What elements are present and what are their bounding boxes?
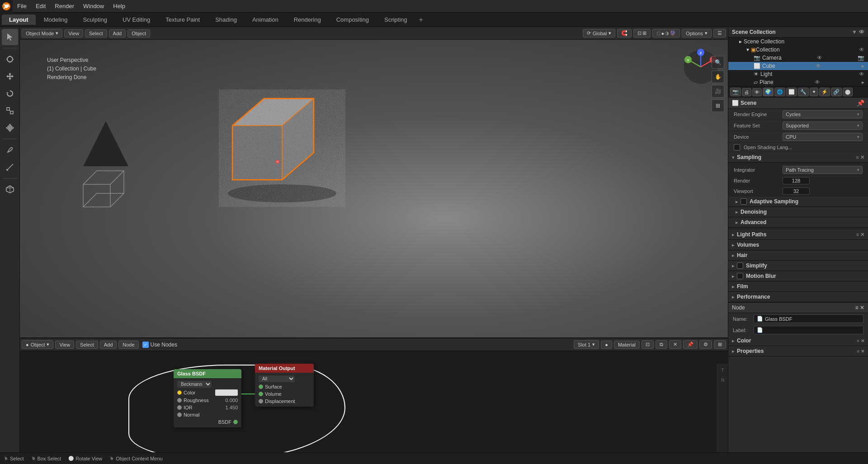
options-btn[interactable]: Options ▾ — [682, 29, 712, 37]
node-add-btn[interactable]: Add — [100, 341, 117, 349]
prop-constraints-icon[interactable]: 🔗 — [831, 88, 842, 96]
filter-dropdown[interactable]: All — [259, 375, 295, 382]
viewport-add-btn[interactable]: Add — [109, 29, 126, 37]
light-paths-menu-btn[interactable]: ≡ ✕ — [856, 232, 864, 238]
viewport-zoom-tool[interactable]: 🔍 — [712, 56, 724, 69]
rotate-tool-button[interactable] — [2, 85, 18, 102]
prop-material-icon[interactable]: ⬤ — [843, 88, 853, 96]
viewport-pan-tool[interactable]: ✋ — [712, 70, 724, 83]
outliner-scene-collection[interactable]: ▸ Scene Collection — [728, 37, 868, 46]
denoising-header[interactable]: ▸ Denoising — [728, 207, 868, 217]
tab-sculpting[interactable]: Sculpting — [75, 14, 114, 25]
adaptive-sampling-checkbox[interactable] — [741, 198, 747, 205]
outliner-collection[interactable]: ▾ ▣ Collection 👁 — [728, 46, 868, 54]
prop-physics-icon[interactable]: ⚡ — [819, 88, 830, 96]
camera-visibility[interactable]: 👁 — [817, 55, 822, 61]
ior-value[interactable]: 1.450 — [225, 405, 238, 410]
node-panel-menu[interactable]: ≡ ✕ — [855, 305, 864, 311]
advanced-header[interactable]: ▸ Advanced — [728, 217, 868, 228]
menu-edit[interactable]: Edit — [31, 0, 50, 12]
snap-btn[interactable]: 🧲 — [617, 29, 632, 37]
node-close-btn[interactable]: ✕ — [669, 340, 681, 349]
tab-compositing[interactable]: Compositing — [329, 14, 376, 25]
viewport-samples-value[interactable]: 32 — [783, 187, 810, 195]
collection-visibility[interactable]: 👁 — [859, 47, 864, 53]
viewport-canvas[interactable]: User Perspective (1) Collection | Cube R… — [20, 40, 728, 337]
outliner-visibility-all[interactable]: 👁 — [859, 29, 864, 35]
tab-layout[interactable]: Layout — [2, 14, 36, 25]
viewport-shading-btns[interactable]: ◻●◑🔮 — [652, 29, 680, 37]
node-canvas[interactable]: Glass BSDF Beckmann Color — [20, 351, 728, 464]
render-samples-value[interactable]: 128 — [783, 177, 810, 184]
volumes-section-header[interactable]: ▸ Volumes — [728, 240, 868, 250]
prop-particles-icon[interactable]: ✦ — [810, 88, 818, 96]
roughness-value[interactable]: 0.000 — [225, 398, 238, 403]
viewport-object-btn[interactable]: Object — [127, 29, 150, 37]
outliner-light[interactable]: ☀ Light 👁 — [728, 70, 868, 78]
device-dropdown[interactable]: CPU ▾ — [783, 133, 863, 141]
blender-logo[interactable] — [0, 0, 13, 13]
viewport-view-btn[interactable]: View — [64, 29, 83, 37]
add-cube-tool-button[interactable] — [2, 181, 18, 197]
glass-bsdf-node[interactable]: Glass BSDF Beckmann Color — [174, 369, 241, 427]
tab-texture-paint[interactable]: Texture Paint — [158, 14, 207, 25]
cube-arrow[interactable]: ▸ — [862, 63, 864, 69]
node-editor-type-btn[interactable]: ● Object ▾ — [22, 340, 53, 349]
material-label-btn[interactable]: Material — [614, 341, 640, 349]
measure-tool-button[interactable] — [2, 159, 18, 175]
node-label-value[interactable]: 📄 — [754, 326, 863, 334]
node-select-btn[interactable]: Select — [76, 341, 98, 349]
node-pin-btn[interactable]: 📌 — [683, 340, 698, 349]
outliner-plane[interactable]: ▱ Plane 👁 ▸ — [728, 78, 868, 86]
viewport-mode-dropdown[interactable]: Object Mode ▾ — [22, 29, 62, 37]
tab-shading[interactable]: Shading — [208, 14, 244, 25]
props-pin[interactable]: 📌 — [857, 99, 864, 107]
node-node-btn[interactable]: Node — [118, 341, 138, 349]
node-properties-menu[interactable]: ≡ ✕ — [857, 349, 864, 354]
cube-visibility[interactable]: 👁 — [816, 63, 821, 69]
light-visibility[interactable]: 👁 — [859, 71, 864, 77]
plane-arrow[interactable]: ▸ — [862, 79, 864, 85]
menu-file[interactable]: File — [13, 0, 31, 12]
node-overlay-btn[interactable]: ⊞ — [714, 340, 726, 349]
outliner-cube[interactable]: ⬜ Cube 👁 ▸ — [728, 62, 868, 70]
light-paths-section-header[interactable]: ▸ Light Paths ≡ ✕ — [728, 230, 868, 240]
transform-tool-button[interactable] — [2, 120, 18, 136]
node-name-value[interactable]: 📄 Glass BSDF — [754, 314, 863, 323]
adaptive-sampling-header[interactable]: ▸ Adaptive Sampling — [728, 197, 868, 207]
node-side-icon-1[interactable]: T — [718, 366, 727, 375]
move-tool-button[interactable] — [2, 68, 18, 84]
open-shading-checkbox[interactable] — [734, 144, 740, 150]
scale-tool-button[interactable] — [2, 103, 18, 119]
menu-render[interactable]: Render — [50, 0, 79, 12]
sampling-menu-btn[interactable]: ≡ ✕ — [856, 155, 864, 160]
viewport-select-btn[interactable]: Select — [85, 29, 107, 37]
outliner-filter-btn[interactable]: ▼ — [852, 29, 857, 35]
node-material-icon-btn[interactable]: ● — [601, 341, 612, 349]
annotate-tool-button[interactable] — [2, 142, 18, 158]
node-properties-header[interactable]: ▸ Properties ≡ ✕ — [728, 346, 868, 356]
cursor-tool-button[interactable] — [2, 51, 18, 67]
select-tool-button[interactable] — [2, 29, 18, 45]
use-nodes-checkbox[interactable] — [142, 342, 149, 348]
distribution-dropdown[interactable]: Beckmann — [177, 381, 212, 388]
tab-rendering[interactable]: Rendering — [287, 14, 328, 25]
viewport-menu-btn[interactable]: ☰ — [713, 29, 726, 37]
tab-modeling[interactable]: Modeling — [37, 14, 75, 25]
sampling-section-header[interactable]: ▾ Sampling ≡ ✕ — [728, 152, 868, 163]
node-view-btn[interactable]: View — [55, 341, 74, 349]
node-color-header[interactable]: ▸ Color ≡ ✕ — [728, 336, 868, 346]
viewport-camera-tool[interactable]: 🎥 — [712, 85, 724, 98]
camera-render-visibility[interactable]: 📷 — [858, 55, 864, 61]
prop-scene-icon[interactable]: 🌍 — [763, 88, 774, 96]
prop-world-icon[interactable]: 🌐 — [774, 88, 785, 96]
material-output-node[interactable]: Material Output All Surface — [255, 364, 314, 407]
prop-object-icon[interactable]: ⬜ — [786, 88, 797, 96]
node-settings-btn[interactable]: ⚙ — [699, 340, 712, 349]
prop-modifiers-icon[interactable]: 🔧 — [798, 88, 809, 96]
simplify-section-header[interactable]: ▸ Simplify — [728, 261, 868, 271]
performance-section-header[interactable]: ▸ Performance 2.92 — [728, 292, 868, 302]
tab-scripting[interactable]: Scripting — [377, 14, 415, 25]
simplify-checkbox[interactable] — [737, 262, 743, 269]
plane-visibility[interactable]: 👁 — [815, 79, 820, 85]
